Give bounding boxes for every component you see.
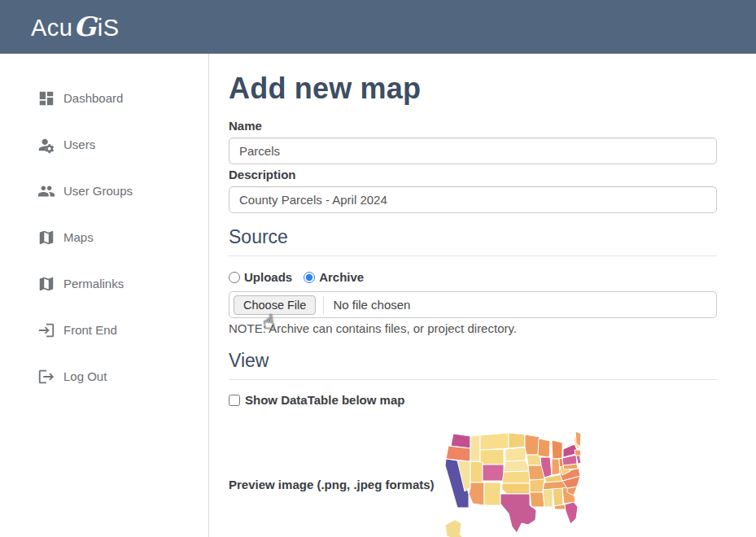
sidebar-item-label: Maps bbox=[63, 230, 94, 244]
logout-icon bbox=[37, 368, 55, 386]
us-preview-map bbox=[444, 429, 582, 537]
map-state-la bbox=[530, 492, 544, 507]
description-label: Description bbox=[229, 168, 717, 181]
description-input[interactable] bbox=[229, 186, 717, 213]
map-state-fl bbox=[565, 502, 578, 524]
acugis-logo: AcuGiS bbox=[31, 11, 120, 42]
map-state-ms bbox=[543, 489, 553, 507]
map-state-ut bbox=[470, 461, 483, 482]
map-state-wy bbox=[480, 449, 504, 465]
archive-radio-label[interactable]: Archive bbox=[319, 270, 364, 284]
sidebar-item-maps[interactable]: Maps bbox=[0, 214, 208, 260]
sidebar-item-label: User Groups bbox=[63, 184, 133, 198]
map-state-az bbox=[469, 482, 484, 505]
map-state-in bbox=[552, 459, 560, 475]
logo-text-acu: Acu bbox=[31, 15, 72, 41]
archive-note: NOTE: Archive can contains files, or pro… bbox=[229, 321, 717, 335]
sidebar-item-label: Log Out bbox=[63, 369, 107, 383]
sidebar-item-log-out[interactable]: Log Out bbox=[0, 353, 208, 399]
page-title: Add new map bbox=[229, 72, 717, 106]
file-input[interactable]: Choose File No file chosen bbox=[229, 291, 717, 318]
map-state-ok bbox=[502, 483, 530, 494]
map-state-ak bbox=[445, 520, 465, 537]
main-content: Add new map Name Description Source Uplo… bbox=[209, 54, 756, 537]
sidebar-item-label: Dashboard bbox=[63, 91, 123, 105]
uploads-radio[interactable] bbox=[229, 272, 240, 283]
datatable-checkbox[interactable] bbox=[229, 395, 240, 406]
preview-image-row: Preview image (.png, .jpeg formats) bbox=[229, 429, 717, 537]
archive-radio[interactable] bbox=[304, 272, 315, 283]
logo-text-g: G bbox=[73, 11, 96, 42]
app-header: AcuGiS bbox=[0, 0, 756, 54]
map-icon bbox=[37, 229, 55, 247]
source-section-title: Source bbox=[229, 226, 717, 248]
sidebar-item-label: Front End bbox=[63, 323, 117, 337]
name-input[interactable] bbox=[229, 138, 717, 164]
file-input-divider bbox=[323, 296, 324, 314]
preview-image bbox=[444, 429, 582, 537]
sidebar: Dashboard Users User Groups Maps Permali bbox=[0, 54, 209, 537]
uploads-radio-label[interactable]: Uploads bbox=[244, 270, 292, 284]
view-divider bbox=[229, 379, 717, 380]
map-state-mn bbox=[525, 434, 540, 455]
source-radio-group: Uploads Archive bbox=[229, 270, 717, 284]
map-state-ne bbox=[504, 461, 530, 472]
sidebar-item-label: Users bbox=[63, 138, 95, 151]
map-state-al bbox=[553, 488, 563, 506]
sidebar-item-permalinks[interactable]: Permalinks bbox=[0, 260, 208, 307]
logo-text-is: iS bbox=[98, 15, 120, 41]
map-state-sd bbox=[505, 448, 526, 461]
datatable-checkbox-row: Show DataTable below map bbox=[229, 393, 717, 407]
map-state-id bbox=[470, 435, 480, 461]
sidebar-item-user-groups[interactable]: User Groups bbox=[0, 168, 208, 214]
sidebar-item-label: Permalinks bbox=[63, 277, 124, 290]
sidebar-nav: Dashboard Users User Groups Maps Permali bbox=[0, 54, 208, 399]
map-state-wi bbox=[538, 439, 550, 457]
sidebar-item-users[interactable]: Users bbox=[0, 121, 208, 168]
map-state-mt bbox=[480, 433, 509, 450]
map-state-ar bbox=[530, 479, 544, 492]
map-state-ks bbox=[502, 471, 530, 483]
name-label: Name bbox=[229, 119, 717, 133]
sidebar-item-dashboard[interactable]: Dashboard bbox=[0, 75, 208, 121]
enter-icon bbox=[37, 321, 55, 339]
user-gear-icon bbox=[37, 136, 55, 154]
preview-image-label: Preview image (.png, .jpeg formats) bbox=[229, 478, 444, 537]
map-state-nd bbox=[509, 433, 525, 448]
dashboard-icon bbox=[37, 90, 55, 107]
map-state-nm bbox=[484, 482, 500, 505]
source-divider bbox=[229, 255, 717, 256]
datatable-checkbox-label[interactable]: Show DataTable below map bbox=[245, 393, 404, 407]
file-status-text: No file chosen bbox=[333, 298, 410, 312]
user-group-icon bbox=[37, 182, 55, 200]
view-section-title: View bbox=[229, 350, 717, 372]
sidebar-item-front-end[interactable]: Front End bbox=[0, 307, 208, 353]
map-state-mi bbox=[552, 440, 562, 459]
map-state-ia bbox=[527, 455, 541, 465]
map-state-ma-ct-ri bbox=[575, 450, 581, 456]
choose-file-button[interactable]: Choose File bbox=[234, 295, 316, 315]
map-icon bbox=[37, 275, 55, 293]
map-state-co bbox=[483, 465, 504, 481]
